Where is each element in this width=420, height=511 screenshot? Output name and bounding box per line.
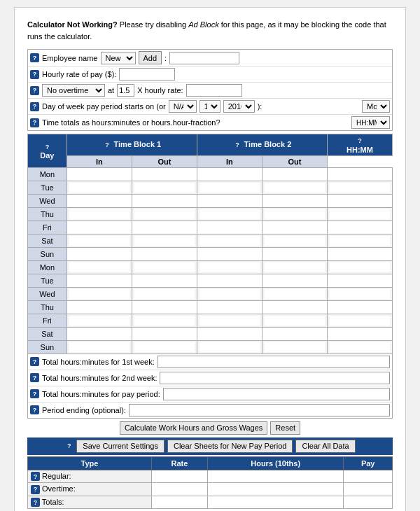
- row-0-col-1-input[interactable]: [134, 169, 195, 179]
- row-4-hhmm-input[interactable]: [330, 223, 390, 232]
- period-end-help-icon[interactable]: ?: [30, 405, 39, 414]
- period-help-icon[interactable]: ?: [30, 389, 39, 398]
- results-row-0-help-icon[interactable]: ?: [31, 472, 40, 481]
- row-13-col-1-input[interactable]: [134, 342, 195, 352]
- row-7-col-2-input[interactable]: [200, 262, 260, 272]
- row-10-col-0-input[interactable]: [69, 302, 130, 312]
- row-5-col-0-input[interactable]: [69, 236, 130, 246]
- row-3-col-0-input[interactable]: [69, 209, 130, 219]
- save-settings-button[interactable]: Save Current Settings: [76, 440, 164, 453]
- reset-button[interactable]: Reset: [270, 421, 300, 435]
- row-12-col-0-input[interactable]: [69, 329, 130, 339]
- row-5-col-1-input[interactable]: [134, 236, 195, 246]
- overtime-select[interactable]: No overtime: [42, 84, 105, 97]
- week2-help-icon[interactable]: ?: [30, 373, 39, 382]
- mon-select[interactable]: Mon: [362, 100, 390, 113]
- row-7-col-0-input[interactable]: [69, 262, 130, 272]
- block1-help-icon[interactable]: ?: [102, 141, 111, 150]
- hourly-help-icon[interactable]: ?: [30, 70, 39, 79]
- row-4-col-0-input[interactable]: [69, 223, 130, 232]
- row-0-hhmm-input[interactable]: [330, 169, 390, 179]
- row-1-col-2-input[interactable]: [200, 183, 260, 192]
- results-row-1-help-icon[interactable]: ?: [31, 485, 40, 494]
- row-2-hhmm-input[interactable]: [330, 196, 390, 206]
- row-9-hhmm-input[interactable]: [330, 289, 390, 299]
- row-13-col-2-input[interactable]: [200, 342, 260, 352]
- na-select[interactable]: N/A: [169, 100, 197, 113]
- employee-new-select[interactable]: New: [101, 52, 136, 64]
- row-5-col-2-input[interactable]: [200, 236, 260, 246]
- row-9-col-1-input[interactable]: [134, 289, 195, 299]
- block2-help-icon[interactable]: ?: [233, 141, 242, 150]
- week1-input[interactable]: [158, 356, 390, 368]
- row-6-hhmm-input[interactable]: [330, 249, 390, 259]
- row-8-col-1-input[interactable]: [134, 276, 195, 286]
- clear-all-button[interactable]: Clear All Data: [295, 440, 355, 453]
- row-4-col-2-input[interactable]: [200, 223, 260, 232]
- week2-input[interactable]: [160, 372, 390, 384]
- row-3-col-2-input[interactable]: [200, 209, 260, 219]
- period-input[interactable]: [163, 388, 390, 400]
- row-12-hhmm-input[interactable]: [330, 329, 390, 339]
- row-8-col-2-input[interactable]: [200, 276, 260, 286]
- row-0-col-3-input[interactable]: [265, 169, 325, 179]
- row-11-hhmm-input[interactable]: [330, 316, 390, 326]
- row-2-col-3-input[interactable]: [265, 196, 325, 206]
- row-6-col-0-input[interactable]: [69, 249, 130, 259]
- row-10-hhmm-input[interactable]: [330, 302, 390, 312]
- row-9-col-0-input[interactable]: [69, 289, 130, 299]
- row-11-col-3-input[interactable]: [265, 316, 325, 326]
- row-10-col-3-input[interactable]: [265, 302, 325, 312]
- row-12-col-2-input[interactable]: [200, 329, 260, 339]
- row-5-hhmm-input[interactable]: [330, 236, 390, 246]
- row-6-col-3-input[interactable]: [265, 249, 325, 259]
- row-2-col-2-input[interactable]: [200, 196, 260, 206]
- row-4-col-1-input[interactable]: [134, 223, 195, 232]
- row-11-col-0-input[interactable]: [69, 316, 130, 326]
- day-select[interactable]: 1: [200, 100, 220, 113]
- row-3-hhmm-input[interactable]: [330, 209, 390, 219]
- row-0-col-0-input[interactable]: [69, 169, 130, 179]
- results-row-2-help-icon[interactable]: ?: [31, 498, 40, 507]
- row-1-col-1-input[interactable]: [134, 183, 195, 192]
- row-9-col-3-input[interactable]: [265, 289, 325, 299]
- clear-sheets-button[interactable]: Clear Sheets for New Pay Period: [167, 440, 293, 453]
- timetotals-help-icon[interactable]: ?: [30, 118, 39, 127]
- add-button[interactable]: Add: [139, 51, 162, 64]
- row-6-col-1-input[interactable]: [134, 249, 195, 259]
- row-12-col-3-input[interactable]: [265, 329, 325, 339]
- employee-name-input[interactable]: [169, 52, 239, 64]
- day-help-icon[interactable]: ?: [43, 142, 52, 151]
- calculate-button[interactable]: Calculate Work Hours and Gross Wages: [120, 421, 267, 435]
- row-8-hhmm-input[interactable]: [330, 276, 390, 286]
- x-hourly-input[interactable]: [186, 84, 242, 97]
- row-2-col-1-input[interactable]: [134, 196, 195, 206]
- row-5-col-3-input[interactable]: [265, 236, 325, 246]
- row-7-hhmm-input[interactable]: [330, 262, 390, 272]
- row-9-col-2-input[interactable]: [200, 289, 260, 299]
- row-11-col-1-input[interactable]: [134, 316, 195, 326]
- row-6-col-2-input[interactable]: [200, 249, 260, 259]
- row-12-col-1-input[interactable]: [134, 329, 195, 339]
- row-4-col-3-input[interactable]: [265, 223, 325, 232]
- at-value-input[interactable]: [117, 84, 134, 97]
- week1-help-icon[interactable]: ?: [30, 357, 39, 366]
- row-0-col-2-input[interactable]: [200, 169, 260, 179]
- hourly-rate-input[interactable]: [119, 68, 175, 80]
- row-1-col-0-input[interactable]: [69, 183, 130, 192]
- row-13-col-0-input[interactable]: [69, 342, 130, 352]
- row-3-col-3-input[interactable]: [265, 209, 325, 219]
- row-2-col-0-input[interactable]: [69, 196, 130, 206]
- settings-help-icon[interactable]: ?: [64, 442, 74, 451]
- row-7-col-1-input[interactable]: [134, 262, 195, 272]
- row-10-col-1-input[interactable]: [134, 302, 195, 312]
- row-8-col-0-input[interactable]: [69, 276, 130, 286]
- row-1-hhmm-input[interactable]: [330, 183, 390, 192]
- overtime-help-icon[interactable]: ?: [30, 86, 39, 95]
- row-13-col-3-input[interactable]: [265, 342, 325, 352]
- row-10-col-2-input[interactable]: [200, 302, 260, 312]
- employee-help-icon[interactable]: ?: [30, 53, 39, 62]
- year-select[interactable]: 2016: [223, 100, 255, 113]
- hhmm-select[interactable]: HH:MM: [351, 116, 390, 129]
- row-7-col-3-input[interactable]: [265, 262, 325, 272]
